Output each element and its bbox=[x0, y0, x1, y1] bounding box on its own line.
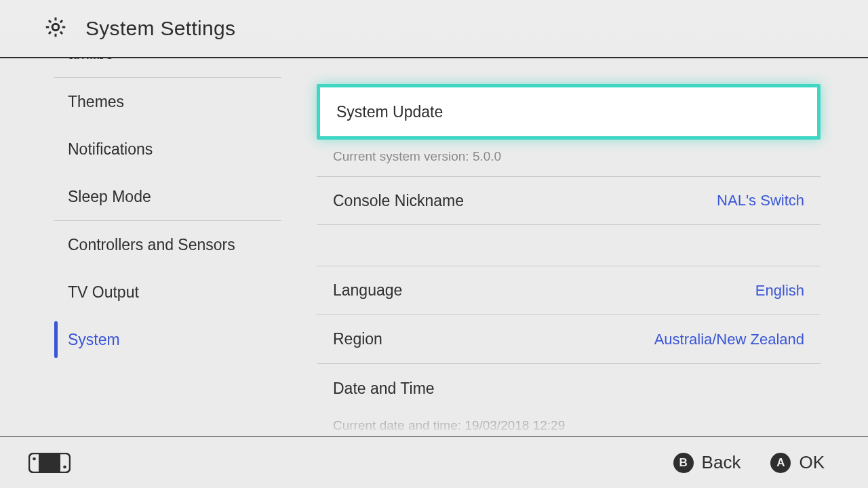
sidebar-item-controllers[interactable]: Controllers and Sensors bbox=[54, 221, 281, 268]
row-region[interactable]: Region Australia/New Zealand bbox=[317, 315, 821, 364]
svg-rect-2 bbox=[39, 453, 60, 472]
gear-icon bbox=[43, 15, 68, 42]
svg-point-0 bbox=[52, 24, 59, 30]
spacer bbox=[317, 224, 821, 266]
body: amiibo Themes Notifications Sleep Mode C… bbox=[0, 58, 868, 436]
row-system-update[interactable]: System Update bbox=[317, 84, 821, 140]
row-console-nickname[interactable]: Console Nickname NAL's Switch bbox=[317, 176, 821, 225]
sidebar-item-system[interactable]: System bbox=[54, 316, 281, 363]
row-label: Date and Time bbox=[333, 380, 435, 398]
row-value: NAL's Switch bbox=[717, 192, 804, 209]
row-value: Australia/New Zealand bbox=[654, 331, 804, 348]
sidebar: amiibo Themes Notifications Sleep Mode C… bbox=[0, 58, 281, 436]
ok-label: OK bbox=[799, 452, 825, 473]
b-glyph: B bbox=[673, 453, 694, 473]
footer-buttons: B Back A OK bbox=[673, 452, 825, 473]
sidebar-item-tv-output[interactable]: TV Output bbox=[54, 268, 281, 316]
current-datetime-text: Current date and time: 19/03/2018 12:29 bbox=[317, 413, 821, 436]
row-label: Language bbox=[333, 281, 402, 300]
header: System Settings bbox=[0, 0, 868, 58]
row-date-and-time[interactable]: Date and Time bbox=[317, 364, 821, 413]
sidebar-item-notifications[interactable]: Notifications bbox=[54, 125, 281, 173]
row-language[interactable]: Language English bbox=[317, 266, 821, 315]
svg-point-4 bbox=[63, 465, 66, 468]
system-version-text: Current system version: 5.0.0 bbox=[317, 144, 821, 176]
sidebar-item-amiibo[interactable]: amiibo bbox=[54, 58, 281, 77]
row-label: Region bbox=[333, 330, 382, 348]
row-value: English bbox=[755, 282, 804, 300]
page-title: System Settings bbox=[85, 17, 235, 40]
back-button[interactable]: B Back bbox=[673, 452, 741, 473]
row-label: Console Nickname bbox=[333, 192, 464, 210]
row-label: System Update bbox=[336, 103, 443, 121]
sidebar-item-sleep-mode[interactable]: Sleep Mode bbox=[54, 173, 281, 220]
console-icon[interactable] bbox=[28, 453, 71, 473]
sidebar-item-themes[interactable]: Themes bbox=[54, 78, 281, 125]
back-label: Back bbox=[702, 452, 741, 473]
footer: B Back A OK bbox=[0, 436, 868, 488]
svg-point-3 bbox=[33, 457, 36, 460]
ok-button[interactable]: A OK bbox=[770, 452, 825, 473]
content-pane: System Update Current system version: 5.… bbox=[281, 58, 868, 436]
a-glyph: A bbox=[770, 453, 791, 473]
